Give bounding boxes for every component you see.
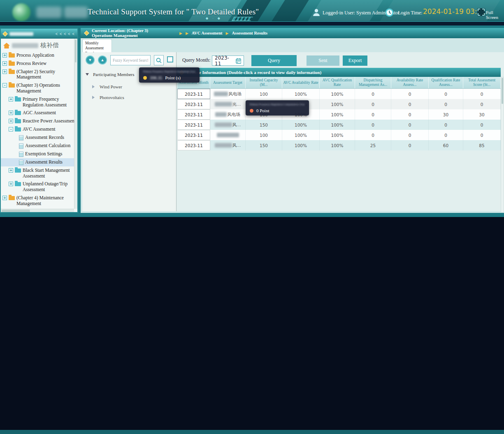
cell-value: 25 (355, 140, 391, 150)
cell-assessment-target: 风电场 (210, 89, 246, 99)
column-header-2[interactable]: Assessment Target (210, 77, 246, 88)
tooltip-row: 398.35Point (s) (143, 75, 195, 80)
cell-value: 0 (391, 89, 429, 99)
sidebar-item[interactable]: +(Chapter 4) Maintenance Management (1, 194, 77, 208)
sidebar-item[interactable]: +Unplanned Outage/Trip Assessment (1, 180, 77, 194)
login-time-label: Login Time: (398, 10, 423, 16)
sidebar-root-node[interactable]: 核补偿 (1, 39, 77, 51)
cell-assessment-month: 2023-11 (177, 120, 210, 130)
search-button[interactable] (154, 55, 164, 65)
table-row[interactable]: 2023-11光…200100%100%0000 (177, 99, 501, 109)
select-checkbox[interactable] (167, 56, 173, 62)
sidebar-item[interactable]: +(Chapter 2) Security Management (1, 68, 77, 82)
target-name-redacted (215, 102, 232, 106)
root-prefix-redacted (12, 43, 38, 48)
document-icon (19, 152, 23, 157)
login-time-value: 2024-01-19 03:51 (423, 7, 486, 16)
bottom-bar (0, 430, 504, 434)
sent-button[interactable]: Sent (307, 55, 339, 66)
sidebar-item[interactable]: +AGC Assessment (1, 109, 77, 117)
cell-value: 0 (355, 120, 391, 130)
sidebar-horizontal-scrollbar[interactable] (1, 209, 74, 212)
sidebar-item[interactable]: -(Chapter 3) Operations Management (1, 81, 77, 95)
results-table: Assessment MonthAssessment TargetInstall… (177, 77, 501, 150)
sidebar-item[interactable]: +Reactive Power Assessment (1, 117, 77, 125)
table-header-row: Assessment MonthAssessment TargetInstall… (177, 77, 501, 89)
expand-all-button[interactable]: ▼ (86, 55, 95, 65)
breadcrumb-avc-assessment[interactable]: AVC Assessment (192, 31, 223, 35)
sidebar-collapse-arrows[interactable]: < < < < < (56, 32, 75, 36)
collapse-all-button[interactable]: ▲ (98, 55, 107, 65)
folder-icon (15, 97, 21, 102)
tab-monthly-assessment-results[interactable]: MonthlyAssessment Results (82, 39, 112, 52)
table-vertical-scrollbar[interactable] (501, 77, 504, 212)
expand-plus-icon[interactable]: + (2, 61, 7, 66)
members-item-photovoltaics[interactable]: Photovoltaics (92, 95, 124, 100)
expand-plus-icon[interactable]: + (2, 196, 7, 200)
sidebar-item[interactable]: +Process Application (1, 51, 77, 60)
members-root-node[interactable]: Participating Members (86, 72, 135, 77)
table-row[interactable]: 2023-11风…150100%100%0000 (177, 120, 501, 130)
table-row[interactable]: 2023-11风…150100%100%2506085 (177, 140, 501, 150)
cell-value: 100% (320, 99, 355, 109)
target-name-visible: 风电场 (228, 91, 242, 97)
cell-value: 0 (391, 99, 429, 109)
folder-icon (15, 111, 21, 115)
breadcrumb: Current Location: (Chapter 3) Operations… (81, 28, 504, 38)
sidebar-item[interactable]: +Black Start Management Assessment (1, 166, 77, 180)
sidebar-item[interactable]: Assessment Calculation (1, 142, 77, 150)
members-item-wind-power[interactable]: Wind Power (92, 84, 122, 89)
column-header-6[interactable]: Dispatching Management As... (355, 77, 391, 88)
sidebar-item[interactable]: Exemption Settings (1, 150, 77, 158)
column-header-9[interactable]: Total Assessment Score (St... (463, 77, 501, 88)
cell-value: 0 (391, 120, 429, 130)
sidebar-item-label: Assessment Records (25, 135, 64, 141)
sidebar-item[interactable]: Assessment Results (1, 158, 77, 166)
header-decoration (232, 17, 253, 21)
expand-minus-icon[interactable]: - (9, 127, 13, 132)
table-row[interactable]: 2023-11风电场100100%100%0000 (177, 89, 501, 99)
cell-value: 100% (282, 130, 320, 140)
target-name-redacted (214, 92, 228, 96)
cell-value: 0 (355, 130, 391, 140)
expand-plus-icon[interactable]: + (2, 53, 7, 58)
chart-tooltip: Primary Frequency Regulation Compensatio… (246, 100, 309, 115)
sidebar-header[interactable]: < < < < < (1, 29, 77, 39)
column-header-4[interactable]: AVC Availability Rate (282, 77, 320, 88)
cell-assessment-target: 风… (210, 120, 246, 130)
app: Technical Support System for " Two Detai… (0, 0, 504, 434)
sidebar-vertical-scrollbar[interactable] (74, 39, 77, 209)
export-button[interactable]: Export (343, 55, 367, 66)
expand-plus-icon[interactable]: + (9, 97, 13, 102)
fullscreen-label[interactable]: Full Screen (486, 10, 504, 20)
tooltip-suffix: Point (s) (165, 75, 181, 80)
cell-value: 0 (429, 130, 463, 140)
column-header-5[interactable]: AVC Qualification Rate (320, 77, 355, 88)
expand-plus-icon[interactable]: + (9, 111, 13, 115)
folder-icon (15, 169, 21, 173)
expand-plus-icon[interactable]: + (2, 69, 7, 74)
column-header-8[interactable]: Qualification Rate Assess... (429, 77, 463, 88)
breadcrumb-assessment-results[interactable]: Assessment Results (232, 31, 268, 35)
home-icon (3, 43, 10, 48)
query-button[interactable]: Query (251, 55, 297, 66)
expand-plus-icon[interactable]: + (9, 119, 13, 123)
expand-plus-icon[interactable]: + (9, 182, 13, 186)
expand-plus-icon[interactable]: + (9, 168, 13, 173)
tooltip-title: Primary Frequency Regulation Assessment … (143, 70, 195, 73)
sidebar-item[interactable]: Assessment Records (1, 134, 77, 142)
column-header-7[interactable]: Availability Rate Assess... (391, 77, 429, 88)
cell-value: 0 (355, 89, 391, 99)
sidebar-item-label: Exemption Settings (25, 151, 62, 157)
sidebar-item[interactable]: +Primary Frequency Regulation Assessment (1, 95, 77, 109)
column-header-3[interactable]: Installed Capacity (M... (246, 77, 282, 88)
sidebar-item[interactable]: +Process Review (1, 60, 77, 68)
query-month-input[interactable]: 2023-11 (212, 55, 244, 66)
table-row[interactable]: 2023-11风电场100100%100%003030 (177, 109, 501, 120)
table-row[interactable]: 2023-11100100%100%0000 (177, 130, 501, 140)
sidebar-item[interactable]: -AVC Assessment (1, 125, 77, 134)
fullscreen-icon[interactable] (477, 8, 485, 16)
series-dot-icon (143, 76, 147, 80)
search-input[interactable] (110, 55, 151, 65)
expand-minus-icon[interactable]: - (2, 83, 7, 88)
